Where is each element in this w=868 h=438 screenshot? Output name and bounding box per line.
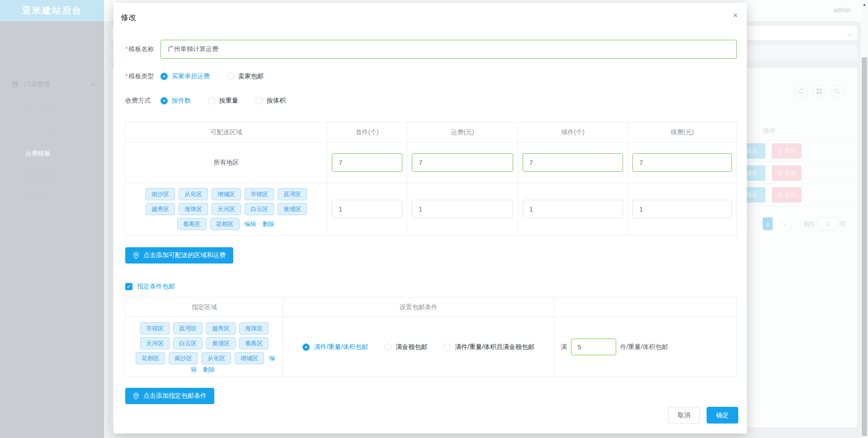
add-region-button[interactable]: 点击添加可配送的区域和运费 bbox=[125, 247, 233, 264]
radio-label: 满金额包邮 bbox=[396, 343, 427, 351]
radio-by-piece[interactable]: 按件数 bbox=[160, 97, 191, 105]
additional-fee-input[interactable] bbox=[632, 153, 732, 172]
district-tag: 番禺区 bbox=[177, 218, 207, 230]
district-tag: 黄埔区 bbox=[278, 203, 307, 215]
column-header: 首件(个) bbox=[327, 122, 407, 142]
column-header: 可配送区域 bbox=[126, 122, 327, 142]
template-type-row: *模板类型 买家承担运费 卖家包邮 bbox=[125, 72, 737, 80]
district-tag: 天河区 bbox=[212, 203, 241, 215]
threshold-prefix: 满 bbox=[561, 343, 567, 351]
trash-icon bbox=[777, 170, 783, 176]
sidebar-item-label: 首页 bbox=[24, 30, 37, 38]
sidebar-item-products[interactable]: 产品管理 bbox=[0, 47, 104, 72]
district-tag: 市辖区 bbox=[140, 322, 170, 334]
background-delete-button[interactable]: 删除 bbox=[772, 143, 802, 159]
district-tag: 白云区 bbox=[245, 203, 274, 215]
fee-mode-radio-group: 按件数 按重量 按体积 bbox=[160, 97, 286, 105]
delete-label: 删除 bbox=[785, 169, 797, 177]
template-name-input[interactable] bbox=[160, 40, 737, 59]
edit-label: 修改 bbox=[746, 147, 758, 155]
pagination-page-label: 页 bbox=[840, 220, 846, 228]
district-tag: 荔湾区 bbox=[278, 188, 307, 200]
radio-by-weight[interactable]: 按重量 bbox=[208, 97, 238, 105]
radio-by-volume[interactable]: 按体积 bbox=[255, 97, 286, 105]
sidebar-item-members[interactable]: 会员管理 bbox=[0, 210, 104, 235]
district-tag: 南沙区 bbox=[169, 352, 198, 364]
sidebar-item-label: 系统管理 bbox=[24, 269, 50, 278]
free-shipping-checkbox-row[interactable]: ✓ 指定条件包邮 bbox=[125, 283, 737, 291]
scrollbar[interactable]: ▲ bbox=[861, 0, 868, 438]
button-label: 点击添加指定包邮条件 bbox=[143, 392, 207, 400]
grid-icon[interactable] bbox=[812, 85, 826, 98]
table-header-row: 可配送区域 首件(个) 运费(元) 续件(个) 续费(元) bbox=[126, 122, 737, 142]
delete-link[interactable]: 删除 bbox=[203, 366, 215, 373]
table-row-district-list: 南沙区从化区增城区市辖区荔湾区越秀区海珠区天河区白云区黄埔区番禺区花都区编辑删除 bbox=[126, 183, 737, 235]
radio-unselected-icon bbox=[384, 344, 392, 351]
edit-template-modal: 修改 × *模板名称 *模板类型 买家承担运费 卖家包邮 收费方式 按件数 按重… bbox=[113, 3, 747, 433]
pagination-current-page[interactable]: 1 bbox=[763, 217, 773, 230]
user-icon bbox=[11, 55, 19, 63]
radio-unselected-icon bbox=[255, 97, 263, 104]
location-pin-icon bbox=[133, 392, 139, 400]
search-icon[interactable] bbox=[830, 85, 844, 98]
first-fee-input[interactable] bbox=[412, 200, 513, 218]
radio-by-amount-free[interactable]: 满金额包邮 bbox=[384, 343, 427, 351]
radio-buyer-pays-shipping[interactable]: 买家承担运费 bbox=[160, 72, 210, 80]
first-fee-input[interactable] bbox=[412, 153, 513, 172]
edit-link[interactable]: 编辑 bbox=[245, 221, 256, 227]
sidebar-item-pickup-points[interactable]: 自提点管理 bbox=[0, 120, 104, 142]
district-tag: 越秀区 bbox=[206, 322, 236, 334]
threshold-cell: 满 件/重量/体积包邮 bbox=[554, 339, 736, 355]
free-shipping-checkbox-label: 指定条件包邮 bbox=[137, 283, 175, 291]
sidebar-item-system[interactable]: 系统管理 bbox=[0, 261, 104, 286]
sidebar-item-announcements[interactable]: 公告管理 bbox=[0, 97, 104, 120]
radio-seller-free-shipping[interactable]: 卖家包邮 bbox=[227, 72, 264, 80]
scroll-up-icon[interactable]: ▲ bbox=[862, 2, 867, 7]
cancel-button[interactable]: 取消 bbox=[668, 407, 700, 424]
background-delete-button[interactable]: 删除 bbox=[772, 165, 802, 181]
radio-by-quantity-free[interactable]: 满件/重量/体积包邮 bbox=[302, 343, 368, 351]
district-tag: 增城区 bbox=[235, 352, 264, 364]
column-header: 设置包邮条件 bbox=[283, 297, 554, 317]
additional-piece-input[interactable] bbox=[523, 200, 623, 218]
background-ops-column-header: 操作 bbox=[763, 127, 776, 135]
radio-label: 满件/重量/体积且满金额包邮 bbox=[455, 343, 534, 351]
column-header: 运费(元) bbox=[407, 122, 518, 142]
radio-label: 卖家包邮 bbox=[238, 72, 264, 80]
submenu-label: 热搜管理 bbox=[25, 195, 51, 203]
confirm-button[interactable]: 确定 bbox=[707, 407, 738, 424]
sidebar-item-home[interactable]: 首页 bbox=[0, 21, 104, 47]
delete-link[interactable]: 删除 bbox=[263, 221, 274, 227]
pagination-next-button[interactable]: › bbox=[778, 217, 790, 230]
threshold-suffix: 件/重量/体积包邮 bbox=[620, 343, 668, 351]
radio-by-quantity-and-amount-free[interactable]: 满件/重量/体积且满金额包邮 bbox=[443, 343, 534, 351]
current-user[interactable]: admin bbox=[834, 6, 851, 14]
first-piece-input[interactable] bbox=[332, 153, 402, 172]
sidebar-item-shipping-templates[interactable]: 运费模板 bbox=[0, 142, 104, 165]
district-tag: 荔湾区 bbox=[173, 322, 203, 334]
sidebar-item-hot-search[interactable]: 热搜管理 bbox=[0, 188, 104, 210]
district-tags-cell: 南沙区从化区增城区市辖区荔湾区越秀区海珠区天河区白云区黄埔区番禺区花都区编辑删除 bbox=[126, 183, 327, 235]
add-condition-button[interactable]: 点击添加指定包邮条件 bbox=[125, 388, 214, 404]
district-tag: 从化区 bbox=[179, 188, 208, 200]
pagination-goto-input[interactable] bbox=[818, 217, 838, 230]
checkbox-checked-icon[interactable]: ✓ bbox=[125, 283, 132, 290]
close-icon[interactable]: × bbox=[733, 11, 738, 19]
sidebar-item-carousel[interactable]: 轮播图管理 bbox=[0, 165, 104, 188]
first-piece-input[interactable] bbox=[332, 200, 402, 218]
sidebar-item-orders[interactable]: 订单管理 bbox=[0, 235, 104, 261]
refresh-icon[interactable] bbox=[794, 85, 808, 98]
district-tag: 市辖区 bbox=[245, 188, 274, 200]
radio-label: 满件/重量/体积包邮 bbox=[314, 343, 368, 351]
app-logo: 亚米建站后台 bbox=[0, 0, 104, 21]
background-delete-button[interactable]: 删除 bbox=[772, 187, 802, 203]
sidebar-item-store[interactable]: 门店管理 bbox=[0, 72, 104, 97]
additional-piece-input[interactable] bbox=[523, 153, 623, 172]
additional-fee-input[interactable] bbox=[632, 200, 732, 218]
threshold-input[interactable] bbox=[571, 339, 616, 355]
scrollbar-thumb[interactable] bbox=[862, 57, 867, 436]
radio-unselected-icon bbox=[208, 97, 215, 104]
district-tag: 海珠区 bbox=[179, 203, 208, 215]
column-header: 指定区域 bbox=[126, 297, 283, 317]
radio-label: 按件数 bbox=[172, 97, 191, 105]
